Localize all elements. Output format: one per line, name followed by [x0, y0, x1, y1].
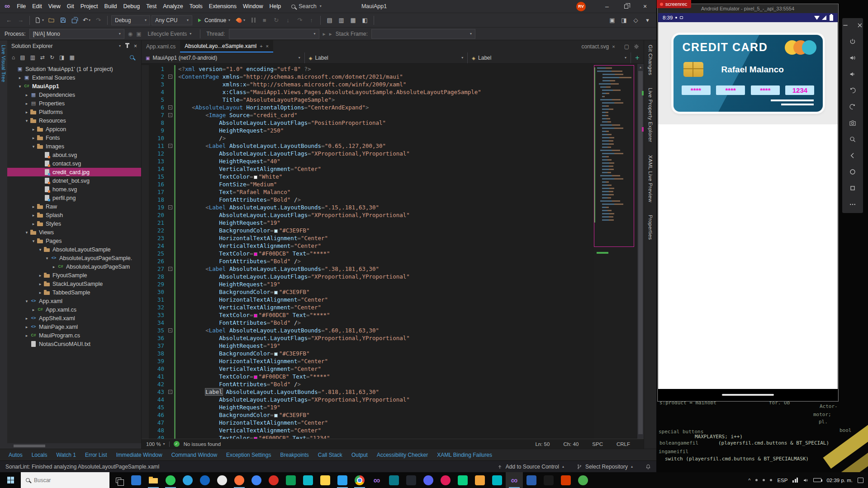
panel-tab-autos[interactable]: Autos — [5, 452, 27, 458]
code-line[interactable]: 33 TextColor="#F00DCB" Text="****" — [142, 311, 594, 319]
collapse-all-icon[interactable]: ◨ — [59, 55, 64, 60]
taskbar-app-icon[interactable] — [523, 472, 540, 488]
taskbar-app-icon[interactable] — [540, 472, 557, 488]
home-icon[interactable]: ⌂ — [12, 55, 15, 60]
sync-with-active-document-icon[interactable]: ⇄ — [40, 55, 45, 60]
tree-item-views[interactable]: ▾Views — [7, 228, 141, 237]
breakpoint-margin[interactable] — [142, 88, 149, 96]
toolbar-overflow-icon[interactable]: ▾ — [642, 15, 653, 26]
tree-item-images[interactable]: ▾Images — [7, 142, 141, 151]
column-indicator[interactable]: Ch: 40 — [563, 441, 579, 447]
emulator-back-button[interactable] — [848, 152, 857, 160]
right-tab-xaml-live-preview[interactable]: XAML Live Preview — [648, 155, 653, 202]
breakpoint-margin[interactable] — [142, 273, 149, 280]
search-solution-explorer-icon[interactable] — [130, 55, 134, 60]
code-line[interactable]: 20 AbsoluteLayout.LayoutFlags="XProporti… — [142, 211, 594, 219]
breakpoint-margin[interactable] — [142, 380, 149, 388]
breakpoint-margin[interactable] — [142, 396, 149, 403]
breakpoint-margin[interactable] — [142, 73, 149, 81]
fold-collapse-icon[interactable]: - — [168, 113, 172, 117]
taskbar-app-icon[interactable] — [454, 472, 471, 488]
panel-tab-output[interactable]: Output — [347, 452, 372, 458]
breakpoint-margin[interactable] — [142, 334, 149, 342]
code-line[interactable]: 42 FontAttributes="Bold" /> — [142, 380, 594, 388]
right-tab-properties[interactable]: Properties — [648, 215, 653, 240]
code-line[interactable]: 4 x:Class="MauiApp1.Views.Pages.Absolute… — [142, 88, 594, 96]
battery-icon[interactable] — [813, 478, 821, 482]
taskbar-app-icon[interactable] — [351, 472, 368, 488]
tray-icon[interactable] — [770, 479, 772, 481]
chevron-down-icon[interactable]: ▾ — [30, 239, 37, 243]
tree-item-resources[interactable]: ▾Resources — [7, 116, 141, 125]
taskbar-app-icon[interactable] — [196, 472, 213, 488]
breakpoint-margin[interactable] — [142, 81, 149, 88]
taskbar-app-icon[interactable] — [489, 472, 506, 488]
save-icon[interactable] — [58, 15, 68, 26]
code-line[interactable]: 46 BackgroundColor="#C3E9FB" — [142, 411, 594, 419]
thread-dropdown[interactable]: ▾ — [229, 29, 319, 39]
breakpoint-margin[interactable] — [142, 104, 149, 111]
step-out-icon[interactable]: ↑ — [306, 15, 317, 26]
taskbar-app-icon[interactable]: ∞ — [506, 472, 523, 488]
zoom-dropdown[interactable]: 100 %▾ — [146, 441, 165, 447]
pin-icon[interactable] — [127, 44, 128, 48]
code-line[interactable]: 1<?xml version="1.0" encoding="utf-8" ?> — [142, 65, 594, 73]
open-file-icon[interactable] — [46, 15, 57, 26]
breakpoint-margin[interactable] — [142, 411, 149, 419]
chevron-right-icon[interactable]: ▸ — [30, 204, 37, 209]
breakpoint-margin[interactable] — [142, 311, 149, 319]
fold-collapse-icon[interactable]: - — [168, 105, 172, 109]
tree-item-about-svg[interactable]: about.svg — [7, 151, 141, 159]
fold-collapse-icon[interactable]: - — [168, 390, 172, 394]
navigate-backward-icon[interactable]: ← — [4, 15, 14, 26]
break-all-icon[interactable] — [249, 18, 258, 23]
chevron-right-icon[interactable]: ▸ — [24, 316, 30, 321]
code-line[interactable]: 14 VerticalTextAlignment="Center" — [142, 165, 594, 173]
tree-item-dotnet-bot-svg[interactable]: dotnet_bot.svg — [7, 176, 141, 185]
solution-platform-dropdown[interactable]: Any CPU▾ — [152, 15, 192, 25]
breakpoint-margin[interactable] — [142, 388, 149, 396]
line-ending-indicator[interactable]: CRLF — [617, 441, 630, 447]
code-line[interactable]: 12 AbsoluteLayout.LayoutFlags="XProporti… — [142, 150, 594, 157]
flag-thread-icon[interactable]: ▸ — [323, 31, 326, 37]
breakpoint-margin[interactable] — [142, 419, 149, 426]
repository-branch-icon[interactable] — [577, 464, 582, 469]
chevron-down-icon[interactable]: ▾ — [17, 84, 23, 89]
lifecycle-events-button[interactable]: Lifecycle Events▾ — [145, 31, 194, 37]
breakpoint-margin[interactable] — [142, 96, 149, 104]
emulator-close-button[interactable] — [855, 21, 864, 29]
step-into-icon[interactable]: ↓ — [283, 15, 293, 26]
horizontal-scrollbar[interactable] — [7, 443, 141, 449]
taskbar-app-icon[interactable] — [471, 472, 489, 488]
breakpoint-margin[interactable] — [142, 403, 149, 411]
tray-icon[interactable] — [755, 479, 758, 481]
fold-collapse-icon[interactable]: - — [168, 205, 172, 209]
breakpoint-margin[interactable] — [142, 127, 149, 134]
panel-tab-command-window[interactable]: Command Window — [167, 452, 221, 458]
tree-item-app-xaml-cs[interactable]: ▸C#App.xaml.cs — [7, 305, 141, 314]
menu-item-debug[interactable]: Debug — [120, 2, 143, 11]
tree-item-home-svg[interactable]: home.svg — [7, 185, 141, 194]
gesture-bar[interactable] — [722, 394, 774, 396]
code-line[interactable]: 10 /> — [142, 134, 594, 142]
breakpoint-margin[interactable] — [142, 196, 149, 204]
panel-tab-exception-settings[interactable]: Exception Settings — [222, 452, 275, 458]
panel-tab-watch-1[interactable]: Watch 1 — [52, 452, 80, 458]
chevron-right-icon[interactable]: ▸ — [30, 213, 37, 218]
chevron-right-icon[interactable]: ▸ — [30, 127, 37, 132]
chevron-down-icon[interactable]: ▾ — [24, 230, 30, 235]
fold-collapse-icon[interactable]: - — [168, 267, 172, 271]
breakpoint-margin[interactable] — [142, 219, 149, 227]
taskbar-app-icon[interactable] — [437, 472, 454, 488]
push-to-remote-icon[interactable] — [497, 464, 503, 469]
breakpoint-margin[interactable] — [142, 165, 149, 173]
emulator-home-button[interactable] — [848, 168, 857, 176]
add-device-preview-button[interactable]: + — [631, 52, 644, 63]
fold-collapse-icon[interactable]: - — [168, 144, 172, 148]
code-line[interactable]: 13 HeightRequest="40" — [142, 157, 594, 165]
breakpoint-margin[interactable] — [142, 242, 149, 250]
code-line[interactable]: 25 TextColor="#F00DCB" Text="****" — [142, 250, 594, 257]
search-input[interactable] — [34, 477, 93, 483]
stop-debugging-icon[interactable]: ■ — [259, 15, 270, 26]
emulator-rotate-left-button[interactable] — [848, 86, 857, 95]
